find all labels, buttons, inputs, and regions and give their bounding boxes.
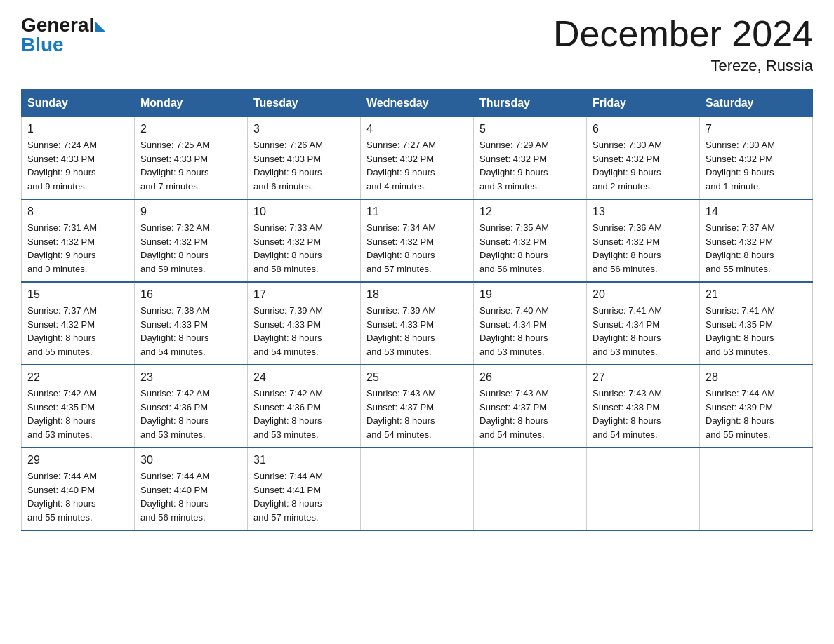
table-row: 2 Sunrise: 7:25 AMSunset: 4:33 PMDayligh… (135, 117, 248, 200)
header-sunday: Sunday (22, 90, 135, 117)
day-number: 25 (366, 371, 468, 384)
day-number: 27 (593, 371, 694, 384)
table-row: 5 Sunrise: 7:29 AMSunset: 4:32 PMDayligh… (474, 117, 587, 200)
table-row: 3 Sunrise: 7:26 AMSunset: 4:33 PMDayligh… (248, 117, 361, 200)
day-info: Sunrise: 7:43 AMSunset: 4:37 PMDaylight:… (366, 387, 468, 441)
page-header: General Blue December 2024 Tereze, Russi… (21, 14, 813, 75)
day-info: Sunrise: 7:42 AMSunset: 4:36 PMDaylight:… (253, 387, 355, 441)
day-number: 17 (253, 288, 355, 301)
table-row: 24 Sunrise: 7:42 AMSunset: 4:36 PMDaylig… (248, 365, 361, 448)
day-number: 2 (140, 123, 241, 135)
header-row: Sunday Monday Tuesday Wednesday Thursday… (22, 90, 813, 117)
table-row: 29 Sunrise: 7:44 AMSunset: 4:40 PMDaylig… (22, 448, 135, 530)
day-number: 31 (253, 454, 355, 467)
table-row: 6 Sunrise: 7:30 AMSunset: 4:32 PMDayligh… (587, 117, 700, 200)
day-number: 29 (27, 454, 128, 467)
day-info: Sunrise: 7:27 AMSunset: 4:32 PMDaylight:… (366, 138, 468, 193)
table-row: 14 Sunrise: 7:37 AMSunset: 4:32 PMDaylig… (700, 199, 813, 282)
day-info: Sunrise: 7:26 AMSunset: 4:33 PMDaylight:… (253, 138, 355, 193)
table-row: 11 Sunrise: 7:34 AMSunset: 4:32 PMDaylig… (361, 199, 474, 282)
day-info: Sunrise: 7:37 AMSunset: 4:32 PMDaylight:… (27, 304, 128, 358)
day-number: 3 (253, 123, 355, 135)
day-number: 12 (479, 206, 581, 218)
day-number: 10 (253, 206, 355, 218)
table-row: 21 Sunrise: 7:41 AMSunset: 4:35 PMDaylig… (700, 282, 813, 365)
day-number: 5 (479, 123, 581, 135)
header-tuesday: Tuesday (248, 90, 361, 117)
table-row: 25 Sunrise: 7:43 AMSunset: 4:37 PMDaylig… (361, 365, 474, 448)
calendar-week-3: 15 Sunrise: 7:37 AMSunset: 4:32 PMDaylig… (22, 282, 813, 365)
table-row: 10 Sunrise: 7:33 AMSunset: 4:32 PMDaylig… (248, 199, 361, 282)
day-info: Sunrise: 7:31 AMSunset: 4:32 PMDaylight:… (27, 221, 128, 276)
table-row: 23 Sunrise: 7:42 AMSunset: 4:36 PMDaylig… (135, 365, 248, 448)
header-saturday: Saturday (700, 90, 813, 117)
day-info: Sunrise: 7:24 AMSunset: 4:33 PMDaylight:… (27, 138, 128, 193)
day-info: Sunrise: 7:29 AMSunset: 4:32 PMDaylight:… (479, 138, 581, 193)
day-number: 8 (27, 206, 128, 218)
table-row (361, 448, 474, 530)
table-row (587, 448, 700, 530)
title-section: December 2024 Tereze, Russia (553, 14, 813, 75)
day-info: Sunrise: 7:43 AMSunset: 4:38 PMDaylight:… (593, 387, 694, 441)
header-wednesday: Wednesday (361, 90, 474, 117)
day-info: Sunrise: 7:44 AMSunset: 4:39 PMDaylight:… (706, 387, 807, 441)
day-info: Sunrise: 7:37 AMSunset: 4:32 PMDaylight:… (706, 221, 807, 276)
calendar-title: December 2024 (553, 14, 813, 54)
day-info: Sunrise: 7:30 AMSunset: 4:32 PMDaylight:… (706, 138, 807, 193)
day-number: 1 (27, 123, 128, 135)
calendar-table: Sunday Monday Tuesday Wednesday Thursday… (21, 89, 813, 531)
day-info: Sunrise: 7:42 AMSunset: 4:35 PMDaylight:… (27, 387, 128, 441)
day-info: Sunrise: 7:42 AMSunset: 4:36 PMDaylight:… (140, 387, 241, 441)
day-info: Sunrise: 7:35 AMSunset: 4:32 PMDaylight:… (479, 221, 581, 276)
day-info: Sunrise: 7:38 AMSunset: 4:33 PMDaylight:… (140, 304, 241, 358)
day-number: 6 (593, 123, 694, 135)
table-row: 15 Sunrise: 7:37 AMSunset: 4:32 PMDaylig… (22, 282, 135, 365)
table-row: 8 Sunrise: 7:31 AMSunset: 4:32 PMDayligh… (22, 199, 135, 282)
logo: General Blue (21, 14, 105, 56)
day-number: 22 (27, 371, 128, 384)
day-number: 24 (253, 371, 355, 384)
day-number: 20 (593, 288, 694, 301)
table-row: 4 Sunrise: 7:27 AMSunset: 4:32 PMDayligh… (361, 117, 474, 200)
logo-content: General Blue (21, 14, 105, 56)
day-number: 4 (366, 123, 468, 135)
day-number: 21 (706, 288, 807, 301)
table-row: 28 Sunrise: 7:44 AMSunset: 4:39 PMDaylig… (700, 365, 813, 448)
calendar-week-1: 1 Sunrise: 7:24 AMSunset: 4:33 PMDayligh… (22, 117, 813, 200)
day-info: Sunrise: 7:34 AMSunset: 4:32 PMDaylight:… (366, 221, 468, 276)
day-info: Sunrise: 7:32 AMSunset: 4:32 PMDaylight:… (140, 221, 241, 276)
day-number: 7 (706, 123, 807, 135)
table-row: 17 Sunrise: 7:39 AMSunset: 4:33 PMDaylig… (248, 282, 361, 365)
day-info: Sunrise: 7:41 AMSunset: 4:34 PMDaylight:… (593, 304, 694, 358)
day-info: Sunrise: 7:43 AMSunset: 4:37 PMDaylight:… (479, 387, 581, 441)
header-monday: Monday (135, 90, 248, 117)
table-row: 1 Sunrise: 7:24 AMSunset: 4:33 PMDayligh… (22, 117, 135, 200)
logo-arrow-icon (95, 22, 105, 32)
day-info: Sunrise: 7:41 AMSunset: 4:35 PMDaylight:… (706, 304, 807, 358)
calendar-subtitle: Tereze, Russia (553, 57, 813, 75)
day-info: Sunrise: 7:44 AMSunset: 4:41 PMDaylight:… (253, 469, 355, 524)
table-row (700, 448, 813, 530)
day-number: 13 (593, 206, 694, 218)
day-info: Sunrise: 7:36 AMSunset: 4:32 PMDaylight:… (593, 221, 694, 276)
table-row: 18 Sunrise: 7:39 AMSunset: 4:33 PMDaylig… (361, 282, 474, 365)
table-row: 26 Sunrise: 7:43 AMSunset: 4:37 PMDaylig… (474, 365, 587, 448)
day-number: 18 (366, 288, 468, 301)
day-number: 23 (140, 371, 241, 384)
day-info: Sunrise: 7:44 AMSunset: 4:40 PMDaylight:… (27, 469, 128, 524)
day-info: Sunrise: 7:39 AMSunset: 4:33 PMDaylight:… (253, 304, 355, 358)
header-thursday: Thursday (474, 90, 587, 117)
table-row: 13 Sunrise: 7:36 AMSunset: 4:32 PMDaylig… (587, 199, 700, 282)
day-info: Sunrise: 7:33 AMSunset: 4:32 PMDaylight:… (253, 221, 355, 276)
header-friday: Friday (587, 90, 700, 117)
calendar-week-5: 29 Sunrise: 7:44 AMSunset: 4:40 PMDaylig… (22, 448, 813, 530)
table-row: 20 Sunrise: 7:41 AMSunset: 4:34 PMDaylig… (587, 282, 700, 365)
table-row (474, 448, 587, 530)
day-number: 19 (479, 288, 581, 301)
calendar-body: 1 Sunrise: 7:24 AMSunset: 4:33 PMDayligh… (22, 117, 813, 531)
table-row: 16 Sunrise: 7:38 AMSunset: 4:33 PMDaylig… (135, 282, 248, 365)
table-row: 12 Sunrise: 7:35 AMSunset: 4:32 PMDaylig… (474, 199, 587, 282)
day-number: 11 (366, 206, 468, 218)
logo-blue-text: Blue (21, 34, 64, 56)
day-number: 16 (140, 288, 241, 301)
